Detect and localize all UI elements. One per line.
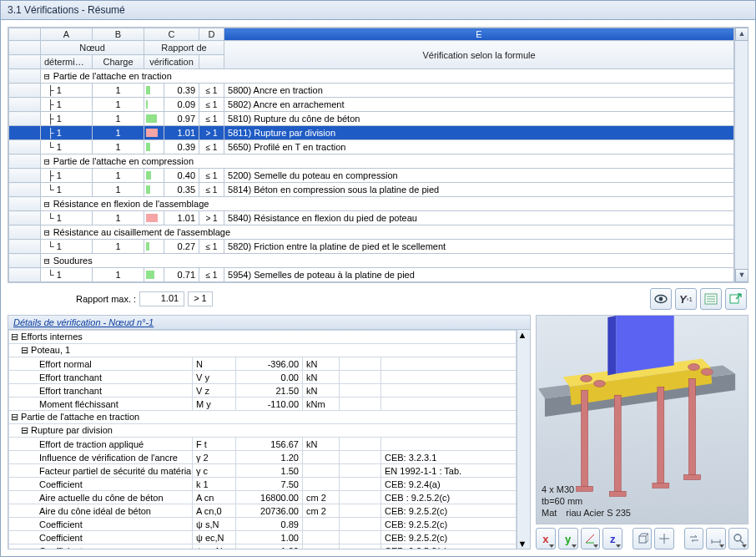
axis-xy-button[interactable] [581,528,601,549]
col-ratio-group: Rapport de [144,41,224,55]
section-row[interactable]: ⊟Soudures [9,254,734,268]
summary-value: 1.01 [139,291,184,306]
svg-rect-16 [684,474,701,479]
col-E[interactable]: E [224,28,734,41]
table-row[interactable]: Coefficientψ re,N1.00CEB: 9.2.5.2(c) [9,544,517,549]
section-row[interactable]: ⊟Résistance au cisaillement de l'assembl… [9,225,734,240]
table-row[interactable]: ⊟ Poteau, 1 [9,344,517,357]
table-row[interactable]: ├ 110.40≤ 15200) Semelle du poteau en co… [9,169,734,183]
table-row[interactable]: ├ 110.09≤ 15802) Ancre en arrachement [9,98,734,112]
svg-line-39 [740,540,743,544]
svg-point-23 [593,380,605,387]
section-row[interactable]: ⊟Partie de l'attache en compression [9,154,734,169]
svg-rect-27 [639,536,646,543]
col-B[interactable]: B [93,28,144,41]
list-icon[interactable] [700,288,722,310]
table-row[interactable]: Effort normalN-396.00kN [9,357,517,371]
svg-rect-17 [614,395,621,494]
col-A[interactable]: A [41,28,93,41]
table-row[interactable]: ⊟ Efforts internes [9,331,517,344]
table-row[interactable]: Effort de traction appliquéF t156.67kN [9,438,517,451]
table-row[interactable]: └ 110.27≤ 15820) Friction entre la plati… [9,240,734,254]
details-table[interactable]: ⊟ Efforts internes⊟ Poteau, 1Effort norm… [8,330,517,549]
axis-y-button[interactable]: y [558,528,578,549]
table-row[interactable]: Coefficientk 17.50CEB: 9.2.4(a) [9,478,517,491]
svg-marker-12 [607,316,616,375]
table-row[interactable]: ├ 110.39≤ 15800) Ancre en traction [9,84,734,98]
details-title: Détails de vérification - Nœud n°-1 [8,316,530,330]
col-charge: Charge [93,55,144,69]
table-row[interactable]: Influence de vérification de l'ancreγ 21… [9,451,517,464]
axis-z-button[interactable]: z [602,528,622,549]
dim-button[interactable] [706,528,726,549]
table-row[interactable]: Coefficientψ s,N0.89CEB: 9.2.5.2(c) [9,518,517,531]
scroll-down-icon[interactable]: ▼ [517,539,530,549]
table-row[interactable]: Aire du cône idéal de bétonA cn,020736.0… [9,504,517,518]
table-row[interactable]: Effort tranchantV z21.50kN [9,384,517,397]
scroll-up-icon[interactable]: ▲ [735,28,748,41]
svg-rect-15 [689,378,696,478]
svg-rect-19 [658,387,664,486]
col-node-group: Nœud [41,41,144,55]
viewport-label: 4 x M30 tb=60 mm Mat riau Acier S 235 [542,484,631,519]
table-row[interactable]: ⊟ Partie de l'attache en traction [9,411,517,424]
svg-rect-6 [730,295,738,303]
svg-point-22 [688,364,700,371]
svg-line-25 [586,534,594,543]
svg-rect-20 [653,483,669,488]
table-row[interactable]: Facteur partiel de sécurité du matériauγ… [9,464,517,478]
zoom-button[interactable] [728,528,748,549]
svg-point-1 [659,297,663,301]
table-row[interactable]: ├ 111.01> 15811) Rupture par division [9,126,734,140]
table-row[interactable]: └ 110.71≤ 15954) Semelles de poteau à la… [9,268,734,282]
col-ratio: vérification [144,55,199,69]
details-vscroll[interactable]: ▲ ▼ [517,330,530,549]
summary-cmp: > 1 [188,291,213,306]
col-node-det: déterminant [41,55,93,69]
window-title: 3.1 Vérifications - Résumé [1,1,755,20]
col-C[interactable]: C [144,28,199,41]
table-row[interactable]: ├ 110.97≤ 15810) Rupture du cône de béto… [9,112,734,126]
table-row[interactable]: Aire actuelle du cône de bétonA cn16800.… [9,491,517,504]
svg-point-38 [734,534,741,541]
viewport-3d[interactable]: 4 x M30 tb=60 mm Mat riau Acier S 235 [536,315,748,524]
table-row[interactable]: Coefficientψ ec,N1.00CEB: 9.2.5.2(c) [9,531,517,544]
col-D[interactable]: D [199,28,224,41]
swap-button[interactable] [684,528,704,549]
table-row[interactable]: Moment fléchissantM y-110.00kNm [9,397,517,411]
svg-point-24 [701,368,713,375]
scroll-up-icon[interactable]: ▲ [517,330,530,340]
svg-marker-11 [616,316,673,373]
table-row[interactable]: └ 110.39≤ 15650) Profilé en T en tractio… [9,140,734,154]
summary-label: Rapport max. : [76,294,136,304]
axis-x-button[interactable]: x [536,528,556,549]
yfilter-icon[interactable]: Y›1 [675,288,697,310]
svg-rect-13 [582,390,588,489]
svg-point-21 [581,375,592,382]
vscroll[interactable]: ▲ ▼ [734,28,748,282]
col-formula: Vérification selon la formule [224,41,734,69]
export-icon[interactable] [725,288,747,310]
table-row[interactable]: ⊟ Rupture par division [9,424,517,438]
verification-table[interactable]: A B C D E Nœud Rapport de Vérification s… [8,28,734,282]
table-row[interactable]: Effort tranchantV y0.00kN [9,371,517,384]
cube-button[interactable] [633,528,653,549]
section-row[interactable]: ⊟Résistance en flexion de l'assemblage [9,197,734,211]
table-row[interactable]: └ 111.01> 15840) Résistance en flexion d… [9,211,734,225]
table-row[interactable]: └ 110.35≤ 15814) Béton en compression so… [9,183,734,197]
section-row[interactable]: ⊟Partie de l'attache en traction [9,69,734,84]
eye-icon[interactable] [650,288,672,310]
ortho-button[interactable] [654,528,674,549]
scroll-down-icon[interactable]: ▼ [735,269,748,282]
